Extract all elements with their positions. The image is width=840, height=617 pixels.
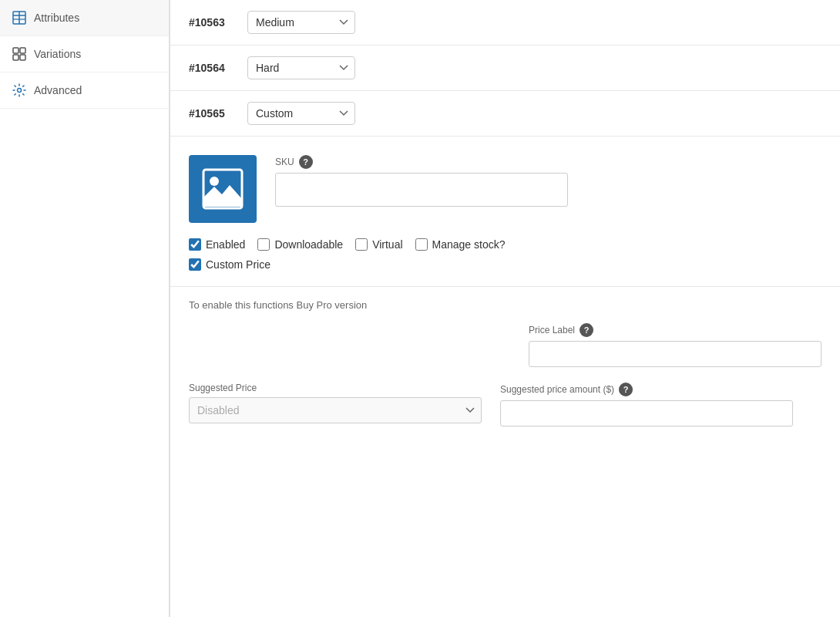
sidebar-item-label-attributes: Attributes <box>34 12 79 24</box>
sidebar-item-advanced[interactable]: Advanced <box>0 72 169 109</box>
variation-id-10565: #10565 <box>189 107 235 120</box>
enabled-checkbox[interactable]: Enabled <box>189 238 245 251</box>
svg-rect-7 <box>20 55 25 60</box>
variation-id-10563: #10563 <box>189 16 235 29</box>
sidebar-item-label-variations: Variations <box>34 48 81 60</box>
sidebar-item-label-advanced: Advanced <box>34 84 82 96</box>
variation-row-10563: #10563 Medium Small Large Custom <box>170 0 840 46</box>
main-content: #10563 Medium Small Large Custom #10564 … <box>170 0 840 617</box>
suggested-price-select[interactable]: Disabled Enabled <box>189 397 482 423</box>
svg-point-8 <box>18 89 22 93</box>
sku-label: SKU ? <box>275 155 822 169</box>
virtual-checkbox[interactable]: Virtual <box>355 238 402 251</box>
custom-price-row: Custom Price <box>189 258 822 271</box>
sku-help-icon[interactable]: ? <box>299 155 313 169</box>
grid-icon <box>12 47 26 61</box>
price-label-label: Price Label ? <box>529 323 822 337</box>
variation-select-10565[interactable]: Custom Small Medium Large <box>247 102 355 125</box>
variation-panel: SKU ? Enabled Downloadable <box>170 137 840 287</box>
sku-section: SKU ? <box>275 155 822 207</box>
gear-icon <box>12 83 26 97</box>
suggested-section: Suggested Price Disabled Enabled Suggest… <box>170 367 840 427</box>
variation-image[interactable] <box>189 155 257 223</box>
pro-notice: To enable this functions Buy Pro version <box>170 287 840 311</box>
svg-rect-6 <box>13 55 18 60</box>
suggested-price-label: Suggested Price <box>189 383 482 393</box>
variation-row-10564: #10564 Hard Soft Medium Custom <box>170 46 840 91</box>
manage-stock-checkbox[interactable]: Manage stock? <box>415 238 506 251</box>
variation-select-10563[interactable]: Medium Small Large Custom <box>247 11 355 34</box>
sidebar-item-attributes[interactable]: Attributes <box>0 0 169 36</box>
table-icon <box>12 11 26 25</box>
panel-top: SKU ? <box>189 155 822 223</box>
price-label-input[interactable]: Name Your Price <box>529 341 822 367</box>
svg-rect-4 <box>13 48 18 53</box>
sku-input[interactable] <box>275 173 568 207</box>
checkboxes-row: Enabled Downloadable Virtual Manage stoc… <box>189 238 822 251</box>
variation-id-10564: #10564 <box>189 62 235 74</box>
sidebar: Attributes Variations Advanced <box>0 0 170 617</box>
svg-rect-5 <box>20 48 25 53</box>
variation-row-10565: #10565 Custom Small Medium Large <box>170 91 840 137</box>
suggested-amount-label: Suggested price amount ($) ? <box>500 383 793 396</box>
variation-select-10564[interactable]: Hard Soft Medium Custom <box>247 56 355 79</box>
sidebar-item-variations[interactable]: Variations <box>0 36 169 72</box>
downloadable-checkbox[interactable]: Downloadable <box>257 238 343 251</box>
svg-point-10 <box>210 177 219 186</box>
price-label-help-icon[interactable]: ? <box>580 323 593 337</box>
suggested-amount-help-icon[interactable]: ? <box>619 383 633 396</box>
suggested-amount-input[interactable] <box>500 400 793 427</box>
custom-price-checkbox[interactable]: Custom Price <box>189 258 270 271</box>
